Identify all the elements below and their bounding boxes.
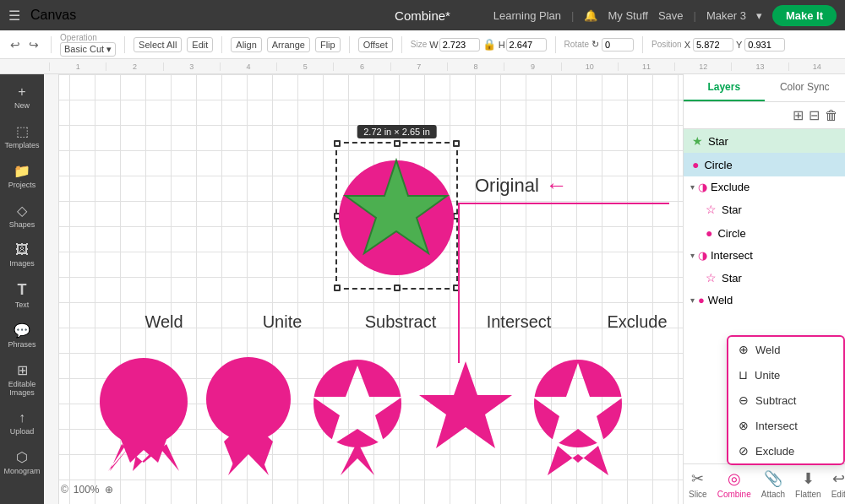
original-label: Original ← (475, 172, 568, 198)
sidebar-item-projects[interactable]: 📁 Projects (3, 158, 41, 194)
panel-toolbar: ⊞ ⊟ 🗑 (684, 102, 845, 129)
ctx-weld[interactable]: ⊕ Weld (728, 337, 843, 362)
selection-box[interactable]: 2.72 in × 2.65 in (335, 142, 458, 290)
sidebar-label-shapes: Shapes (9, 220, 35, 229)
group-icon[interactable]: ⊞ (793, 107, 804, 123)
tab-color-sync[interactable]: Color Sync (765, 74, 846, 101)
canvas-area[interactable]: 2.72 in × 2.65 in (44, 74, 683, 504)
edit-button[interactable]: Edit (187, 37, 213, 52)
operation-value: Basic Cut (64, 44, 104, 54)
intersect-star-item[interactable]: ☆ Star (697, 266, 845, 290)
copyright-icon: © (61, 484, 68, 496)
operation-labels: Weld Unite Substract Intersect Exclude (105, 312, 683, 332)
rotate-input[interactable] (602, 38, 634, 51)
phrases-icon: 💬 (14, 322, 30, 339)
save-link[interactable]: Save (658, 9, 684, 22)
lock-icon[interactable]: 🔒 (482, 38, 496, 51)
sidebar-label-monogram: Monogram (3, 467, 40, 475)
exclude-group-header[interactable]: ▾ ◑ Exclude (684, 176, 845, 198)
pos-y-input[interactable] (744, 38, 785, 51)
original-text: Original (475, 175, 539, 197)
pos-x-input[interactable] (693, 38, 733, 51)
sidebar-item-new[interactable]: + New (3, 79, 41, 115)
maker-label[interactable]: Maker 3 (706, 9, 746, 22)
sidebar-item-phrases[interactable]: 💬 Phrases (3, 317, 41, 354)
flatten-tool[interactable]: ⬇ Flatten (790, 468, 826, 501)
intersect-shape (419, 353, 512, 475)
original-arrow-icon: ← (546, 172, 568, 198)
left-sidebar: + New ⬚ Templates 📁 Projects ◇ Shapes 🖼 … (0, 74, 44, 504)
sidebar-item-upload[interactable]: ↑ Upload (3, 405, 41, 441)
align-button[interactable]: Align (231, 37, 261, 52)
vertical-ruler (44, 74, 59, 504)
width-label: W (429, 40, 438, 50)
undo-button[interactable]: ↩ (7, 36, 24, 53)
size-label: Size (411, 40, 427, 49)
chevron-down-icon: ▾ (756, 9, 762, 22)
combine-tool[interactable]: ◎ Combine (712, 468, 756, 501)
redo-button[interactable]: ↪ (25, 36, 42, 53)
pos-y-label: Y (736, 40, 742, 50)
zoom-fit-icon[interactable]: ⊕ (105, 484, 113, 496)
horizontal-ruler: 1 2 3 4 5 6 7 8 9 10 11 12 13 14 (0, 59, 845, 74)
canvas-grid: 2.72 in × 2.65 in (44, 74, 683, 504)
ctx-intersect[interactable]: ⊗ Intersect (728, 413, 843, 438)
edit-tool[interactable]: ↩ Edit (826, 468, 845, 501)
op-label-exclude: Exclude (578, 312, 683, 332)
layer-item-circle[interactable]: ● Circle (684, 153, 845, 176)
width-field: W (429, 38, 479, 51)
intersect-group-header[interactable]: ▾ ◑ Intersect (684, 245, 845, 266)
doc-title: Combine* (395, 8, 450, 23)
ctx-exclude-icon: ⊘ (739, 444, 749, 458)
ruler-mark: 1 (49, 62, 106, 71)
select-all-button[interactable]: Select All (134, 37, 182, 52)
sidebar-item-images[interactable]: 🖼 Images (3, 237, 41, 273)
main-layout: + New ⬚ Templates 📁 Projects ◇ Shapes 🖼 … (0, 74, 845, 504)
make-it-button[interactable]: Make It (772, 5, 837, 26)
exclude-star-item[interactable]: ☆ Star (697, 198, 845, 221)
slice-tool[interactable]: ✂ Slice (684, 468, 712, 501)
align-label: Align (236, 40, 256, 50)
monogram-icon: ⬡ (16, 449, 28, 465)
ctx-exclude[interactable]: ⊘ Exclude (728, 438, 843, 463)
operation-select[interactable]: Basic Cut ▾ (60, 42, 116, 57)
arrange-button[interactable]: Arrange (267, 37, 310, 52)
ctx-unite[interactable]: ⊔ Unite (728, 362, 843, 387)
intersect-group-label: Intersect (711, 249, 753, 262)
sidebar-item-text[interactable]: T Text (3, 276, 41, 314)
height-input[interactable] (506, 38, 547, 51)
op-label-intersect: Intersect (460, 312, 578, 332)
sidebar-item-templates[interactable]: ⬚ Templates (3, 118, 41, 154)
exclude-circle-item[interactable]: ● Circle (697, 221, 845, 245)
sidebar-item-monogram[interactable]: ⬡ Monogram (3, 444, 41, 480)
exclude-group-icon: ◑ (698, 181, 707, 193)
intersect-chevron-icon: ▾ (690, 251, 695, 260)
delete-icon[interactable]: 🗑 (825, 108, 838, 123)
attach-tool[interactable]: 📎 Attach (756, 468, 790, 501)
star-layer-name: Star (708, 135, 837, 148)
offset-button[interactable]: Offset (358, 37, 393, 52)
hamburger-icon[interactable]: ☰ (8, 8, 20, 24)
flip-button[interactable]: Flip (315, 37, 341, 52)
width-input[interactable] (439, 38, 480, 51)
weld-group-header[interactable]: ▾ ● Weld (684, 290, 845, 311)
separator: | (571, 9, 574, 22)
layer-item-star[interactable]: ★ Star (684, 129, 845, 153)
ctx-intersect-icon: ⊗ (739, 419, 749, 432)
combine-icon: ◎ (728, 469, 741, 488)
ungroup-icon[interactable]: ⊟ (809, 107, 820, 123)
vertical-connector-line (458, 203, 460, 363)
sidebar-item-shapes[interactable]: ◇ Shapes (3, 198, 41, 234)
ctx-unite-icon: ⊔ (739, 368, 748, 382)
shapes-icon: ◇ (17, 203, 27, 219)
flip-label: Flip (320, 40, 335, 50)
tab-layers[interactable]: Layers (684, 74, 765, 101)
right-panel: Layers Color Sync ⊞ ⊟ 🗑 ★ Star ● Circle (683, 74, 845, 504)
op-label-substract: Substract (341, 312, 460, 332)
ctx-subtract[interactable]: ⊖ Subtract (728, 387, 843, 413)
learning-plan[interactable]: Learning Plan (493, 9, 561, 22)
edit-label: Edit (192, 40, 208, 50)
sidebar-item-editable-images[interactable]: ⊞ Editable Images (3, 357, 41, 402)
my-stuff[interactable]: My Stuff (608, 9, 647, 22)
ruler-mark: 6 (333, 62, 390, 71)
